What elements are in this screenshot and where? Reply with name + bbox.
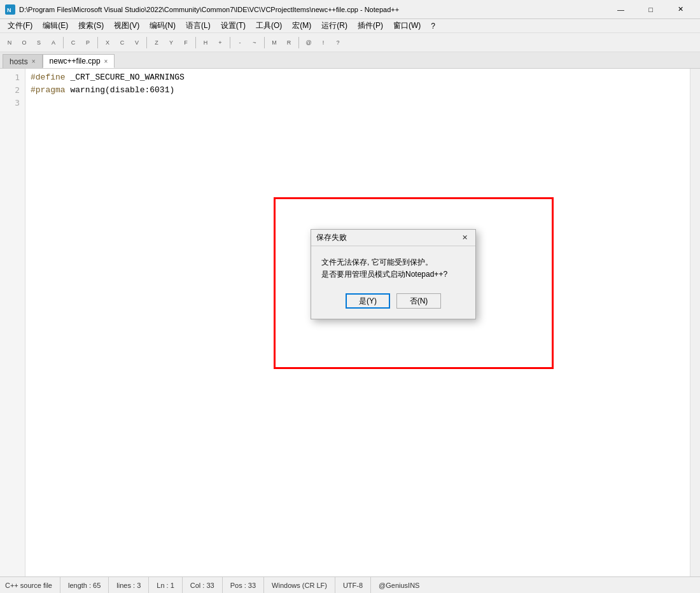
line-number: 1 (0, 71, 25, 84)
dialog-body: 文件无法保存, 它可能受到保护。 是否要用管理员模式启动Notepad++? (311, 246, 475, 288)
vertical-scrollbar[interactable] (690, 69, 700, 576)
menu-item[interactable]: 宏(M) (287, 19, 316, 32)
code-line: #define _CRT_SECURE_NO_WARNINGS (31, 71, 685, 84)
code-line (31, 97, 685, 109)
app-icon: N (5, 4, 15, 15)
editor-content[interactable]: #define _CRT_SECURE_NO_WARNINGS#pragma w… (25, 69, 690, 576)
tab-label: hosts (10, 57, 28, 66)
maximize-button[interactable]: □ (636, 1, 665, 18)
editor-wrapper: 123 #define _CRT_SECURE_NO_WARNINGS#prag… (0, 69, 700, 576)
dialog-yes-button[interactable]: 是(Y) (346, 293, 390, 309)
menu-item[interactable]: 插件(P) (353, 19, 388, 32)
tab-label: newc++file.cpp (50, 57, 101, 66)
menu-item[interactable]: 编辑(E) (38, 19, 73, 32)
toolbar-button[interactable]: ~ (248, 36, 262, 50)
save-failed-dialog: 保存失败 ✕ 文件无法保存, 它可能受到保护。 是否要用管理员模式启动Notep… (311, 229, 476, 319)
status-line-ending: Windows (CR LF) (264, 577, 335, 593)
dialog-message-line1: 文件无法保存, 它可能受到保护。 (321, 256, 465, 269)
menu-item[interactable]: 文件(F) (3, 19, 38, 32)
status-pos: Pos : 33 (223, 577, 264, 593)
menu-item[interactable]: ? (426, 20, 440, 32)
window-close-button[interactable]: ✕ (666, 1, 695, 18)
status-ln: Ln : 1 (149, 577, 183, 593)
editor-tab[interactable]: hosts× (3, 54, 43, 68)
toolbar-separator (298, 37, 299, 48)
toolbar-separator (230, 37, 230, 48)
menu-item[interactable]: 工具(O) (251, 19, 287, 32)
tab-close-button[interactable]: × (32, 58, 36, 65)
svg-text:N: N (7, 7, 11, 13)
toolbar-separator (195, 37, 196, 48)
dialog-title: 保存失败 (316, 232, 347, 243)
toolbar-button[interactable]: ? (331, 36, 345, 50)
code-line: #pragma warning(disable:6031) (31, 84, 685, 97)
toolbar-separator (97, 37, 98, 48)
menu-item[interactable]: 语言(L) (181, 19, 216, 32)
toolbar-button[interactable]: ! (316, 36, 330, 50)
line-number: 2 (0, 84, 25, 97)
title-text: D:\Program Files\Microsoft Visual Studio… (19, 6, 399, 13)
toolbar-button[interactable]: + (213, 36, 227, 50)
toolbar-separator (63, 37, 64, 48)
menu-bar: 文件(F)编辑(E)搜索(S)视图(V)编码(N)语言(L)设置(T)工具(O)… (0, 19, 700, 33)
toolbar-separator (146, 37, 147, 48)
toolbar-button[interactable]: M (267, 36, 281, 50)
status-length: length : 65 (60, 577, 109, 593)
toolbar-button[interactable]: Z (150, 36, 164, 50)
menu-item[interactable]: 窗口(W) (388, 19, 426, 32)
title-bar-left: N D:\Program Files\Microsoft Visual Stud… (5, 4, 399, 15)
toolbar-separator (264, 37, 265, 48)
menu-item[interactable]: 设置(T) (216, 19, 251, 32)
toolbar-button[interactable]: H (199, 36, 213, 50)
status-file-type: C++ source file (5, 577, 60, 593)
toolbar-button[interactable]: R (282, 36, 296, 50)
tab-bar: hosts×newc++file.cpp× (0, 52, 700, 69)
dialog-titlebar: 保存失败 ✕ (311, 230, 475, 246)
toolbar: NOSACPXCVZYFH+-~MR@!? (0, 33, 700, 52)
toolbar-button[interactable]: N (3, 36, 17, 50)
status-extra: @GeniusINS (371, 577, 427, 593)
status-col: Col : 33 (183, 577, 223, 593)
title-bar-controls: — □ ✕ (606, 1, 695, 18)
toolbar-button[interactable]: V (130, 36, 144, 50)
dialog-message-line2: 是否要用管理员模式启动Notepad++? (321, 269, 465, 281)
menu-item[interactable]: 搜索(S) (73, 19, 109, 32)
toolbar-button[interactable]: F (179, 36, 193, 50)
toolbar-button[interactable]: - (233, 36, 247, 50)
title-bar: N D:\Program Files\Microsoft Visual Stud… (0, 0, 700, 19)
dialog-no-button[interactable]: 否(N) (396, 293, 441, 309)
toolbar-button[interactable]: P (81, 36, 95, 50)
tab-close-button[interactable]: × (104, 58, 108, 65)
toolbar-button[interactable]: A (46, 36, 60, 50)
dialog-buttons: 是(Y) 否(N) (311, 288, 475, 319)
menu-item[interactable]: 运行(R) (316, 19, 353, 32)
toolbar-button[interactable]: Y (164, 36, 178, 50)
dialog-close-button[interactable]: ✕ (459, 232, 470, 244)
status-bar: C++ source file length : 65 lines : 3 Ln… (0, 576, 700, 593)
toolbar-button[interactable]: O (17, 36, 31, 50)
toolbar-button[interactable]: C (115, 36, 129, 50)
editor-tab[interactable]: newc++file.cpp× (43, 54, 115, 68)
menu-item[interactable]: 视图(V) (109, 19, 144, 32)
toolbar-button[interactable]: X (101, 36, 115, 50)
status-encoding: UTF-8 (335, 577, 371, 593)
toolbar-button[interactable]: C (66, 36, 80, 50)
line-number: 3 (0, 97, 25, 109)
toolbar-button[interactable]: S (32, 36, 46, 50)
menu-item[interactable]: 编码(N) (144, 19, 181, 32)
toolbar-button[interactable]: @ (302, 36, 316, 50)
status-lines: lines : 3 (109, 577, 149, 593)
minimize-button[interactable]: — (606, 1, 635, 18)
line-numbers: 123 (0, 69, 25, 576)
